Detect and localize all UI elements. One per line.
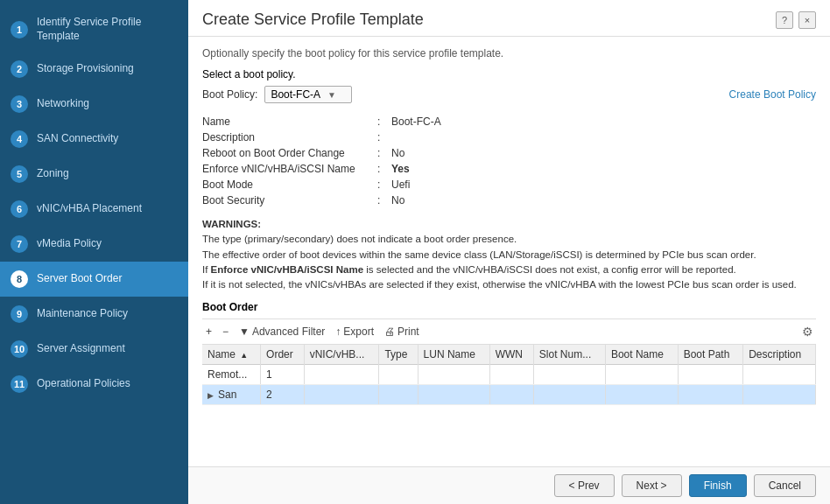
sidebar-item-7[interactable]: 7 vMedia Policy	[0, 227, 188, 262]
col-header-description: Description	[743, 345, 816, 365]
add-button[interactable]: +	[202, 324, 215, 340]
step-number-2: 2	[11, 60, 28, 78]
step-number-6: 6	[11, 200, 28, 218]
finish-button[interactable]: Finish	[689, 474, 747, 497]
warnings-title: WARNINGS:	[202, 219, 261, 229]
policy-val-enforce: Yes	[391, 163, 410, 175]
policy-key-name: Name	[202, 116, 377, 128]
step-number-8: 8	[11, 270, 28, 288]
warning-line-2: The effective order of boot devices with…	[202, 249, 756, 260]
step-number-7: 7	[11, 235, 28, 253]
sort-arrow-icon: ▲	[240, 351, 248, 360]
col-header-order: Order	[261, 345, 305, 365]
sidebar-item-9[interactable]: 9 Maintenance Policy	[0, 297, 188, 332]
policy-val-bootmode: Uefi	[391, 178, 410, 191]
step-number-3: 3	[11, 95, 28, 113]
dialog-body: Optionally specify the boot policy for t…	[188, 37, 830, 466]
policy-row-bootmode: Boot Mode : Uefi	[202, 177, 816, 192]
boot-policy-label: Boot Policy:	[202, 88, 257, 101]
sidebar-label-11: Operational Policies	[37, 377, 130, 391]
sidebar-label-4: SAN Connectivity	[37, 132, 118, 146]
step-number-9: 9	[11, 305, 28, 323]
cancel-button[interactable]: Cancel	[754, 474, 816, 497]
dialog-subtitle: Optionally specify the boot policy for t…	[202, 47, 816, 60]
advanced-filter-button[interactable]: ▼ Advanced Filter	[236, 324, 328, 340]
sidebar-label-10: Server Assignment	[37, 342, 125, 356]
warning-line-3: If Enforce vNIC/vHBA/iSCSI Name is selec…	[202, 264, 736, 275]
table-row[interactable]: ▶San 2	[202, 385, 816, 405]
sidebar-item-4[interactable]: 4 SAN Connectivity	[0, 122, 188, 157]
boot-order-title: Boot Order	[202, 301, 816, 313]
col-header-wwn: WWN	[489, 345, 533, 365]
step-number-4: 4	[11, 130, 28, 148]
warnings-section: WARNINGS: The type (primary/secondary) d…	[202, 217, 816, 292]
expand-arrow-icon: ▶	[208, 391, 216, 400]
col-header-slot: Slot Num...	[533, 345, 605, 365]
sidebar-item-2[interactable]: 2 Storage Provisioning	[0, 52, 188, 87]
step-number-5: 5	[11, 165, 28, 183]
boot-policy-value: Boot-FC-A	[271, 88, 320, 101]
sidebar-item-3[interactable]: 3 Networking	[0, 87, 188, 122]
sidebar-item-6[interactable]: 6 vNIC/vHBA Placement	[0, 192, 188, 227]
dialog-header: Create Service Profile Template ? ×	[188, 0, 830, 37]
dialog-footer: < Prev Next > Finish Cancel	[188, 466, 830, 504]
print-icon: 🖨	[384, 326, 395, 338]
export-button[interactable]: ↑ Export	[332, 324, 377, 340]
sidebar-item-1[interactable]: 1 Identify Service Profile Template	[0, 7, 188, 52]
dropdown-arrow-icon: ▼	[327, 90, 336, 100]
policy-val-name: Boot-FC-A	[391, 116, 441, 128]
sidebar-label-2: Storage Provisioning	[37, 62, 134, 76]
col-header-type: Type	[379, 345, 418, 365]
boot-policy-row: Boot Policy: Boot-FC-A ▼ Create Boot Pol…	[202, 86, 816, 103]
prev-button[interactable]: < Prev	[554, 474, 615, 497]
col-header-boot-name: Boot Name	[605, 345, 678, 365]
print-button[interactable]: 🖨 Print	[381, 324, 423, 340]
sidebar-label-8: Server Boot Order	[37, 272, 122, 286]
row-name: Remot...	[202, 365, 261, 385]
row-name: ▶San	[202, 385, 261, 405]
step-number-1: 1	[11, 21, 28, 38]
remove-button[interactable]: −	[219, 324, 232, 340]
policy-val-bootsecurity: No	[391, 194, 404, 206]
col-header-lun: LUN Name	[418, 345, 489, 365]
col-header-vnic: vNIC/vHB...	[304, 345, 379, 365]
policy-details: Name : Boot-FC-A Description : Reboot on…	[202, 114, 816, 208]
sidebar-label-1: Identify Service Profile Template	[37, 16, 178, 43]
boot-policy-dropdown[interactable]: Boot-FC-A ▼	[264, 86, 352, 103]
sidebar: 1 Identify Service Profile Template 2 St…	[0, 0, 188, 504]
help-button[interactable]: ?	[776, 11, 793, 29]
row-order: 1	[261, 365, 305, 385]
sidebar-label-5: Zoning	[37, 167, 69, 181]
step-number-11: 11	[11, 375, 28, 393]
policy-row-enforce: Enforce vNIC/vHBA/iSCSI Name : Yes	[202, 161, 816, 177]
sidebar-item-10[interactable]: 10 Server Assignment	[0, 332, 188, 367]
next-button[interactable]: Next >	[622, 474, 682, 497]
sidebar-item-5[interactable]: 5 Zoning	[0, 157, 188, 192]
table-row[interactable]: Remot... 1	[202, 365, 816, 385]
boot-order-table: Name ▲ Order vNIC/vHB... Type LUN Name W…	[202, 345, 816, 405]
sidebar-label-3: Networking	[37, 97, 89, 111]
step-number-10: 10	[11, 340, 28, 358]
col-header-name[interactable]: Name ▲	[202, 345, 261, 365]
policy-key-bootmode: Boot Mode	[202, 178, 377, 191]
policy-key-enforce: Enforce vNIC/vHBA/iSCSI Name	[202, 163, 377, 175]
main-content: Create Service Profile Template ? × Opti…	[188, 0, 830, 504]
create-boot-policy-link[interactable]: Create Boot Policy	[729, 88, 816, 101]
sidebar-label-9: Maintenance Policy	[37, 307, 128, 321]
policy-key-bootsecurity: Boot Security	[202, 194, 377, 206]
col-header-boot-path: Boot Path	[678, 345, 742, 365]
sidebar-item-8[interactable]: 8 Server Boot Order	[0, 262, 188, 297]
filter-icon: ▼	[239, 326, 250, 338]
policy-key-description: Description	[202, 131, 377, 144]
policy-row-description: Description :	[202, 130, 816, 145]
sidebar-item-11[interactable]: 11 Operational Policies	[0, 367, 188, 402]
export-icon: ↑	[335, 326, 341, 338]
policy-row-name: Name : Boot-FC-A	[202, 114, 816, 130]
gear-icon[interactable]: ⚙	[798, 323, 816, 340]
row-order: 2	[261, 385, 305, 405]
dialog-title: Create Service Profile Template	[202, 10, 424, 29]
close-button[interactable]: ×	[798, 11, 816, 29]
dialog-header-icons: ? ×	[776, 11, 816, 29]
warning-line-1: The type (primary/secondary) does not in…	[202, 234, 517, 244]
select-boot-policy-label: Select a boot policy.	[202, 68, 816, 80]
